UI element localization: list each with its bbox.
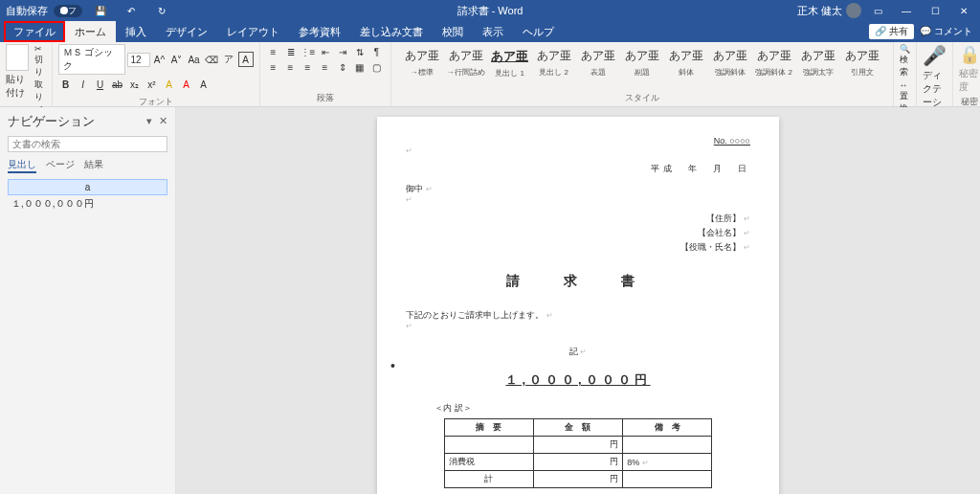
doc-amount: １,０００,０００円 <box>406 371 750 389</box>
table-row: 計円 <box>444 471 712 488</box>
strike-icon[interactable]: ab <box>110 77 125 92</box>
tab-review[interactable]: 校閲 <box>433 21 473 42</box>
nav-search-input[interactable] <box>8 136 167 152</box>
table-row: 円 <box>444 437 712 454</box>
clear-format-icon[interactable]: ⌫ <box>204 52 219 67</box>
nav-tab-results[interactable]: 結果 <box>84 158 103 173</box>
doc-no: No. ○○○○ <box>406 136 750 146</box>
nav-dropdown-icon[interactable]: ▾ <box>146 115 152 127</box>
avatar[interactable] <box>846 3 861 18</box>
line-spacing-icon[interactable]: ⇕ <box>335 59 350 75</box>
align-right-icon[interactable]: ≡ <box>301 59 316 75</box>
multilevel-icon[interactable]: ⋮≡ <box>301 44 316 59</box>
nav-heading-item[interactable]: １,０００,０００円 <box>8 195 167 213</box>
group-editing: 🔍 検索 ↔ 置換 ▭ 選択 編集 <box>894 42 917 106</box>
underline-icon[interactable]: U <box>93 77 108 92</box>
align-left-icon[interactable]: ≡ <box>266 59 281 75</box>
autosave-toggle[interactable]: オフ <box>54 5 82 17</box>
indent-inc-icon[interactable]: ⇥ <box>335 44 350 59</box>
comment-button[interactable]: 💬 コメント <box>920 25 972 38</box>
close-icon[interactable]: ✕ <box>951 6 976 16</box>
doc-ki: 記 <box>569 347 578 356</box>
style-item[interactable]: あア亜→行間詰め <box>447 48 485 90</box>
tab-file[interactable]: ファイル <box>4 21 65 42</box>
find-button[interactable]: 🔍 検索 <box>900 44 910 79</box>
minimize-icon[interactable]: — <box>894 6 919 16</box>
nav-title: ナビゲーション <box>8 113 167 130</box>
tab-design[interactable]: デザイン <box>156 21 217 42</box>
share-button[interactable]: 🔗 共有 <box>869 24 914 39</box>
doc-onchu: 御中 <box>406 184 423 193</box>
bold-icon[interactable]: B <box>58 77 74 92</box>
nav-tab-headings[interactable]: 見出し <box>8 158 36 173</box>
undo-icon[interactable]: ↶ <box>119 6 144 16</box>
enclose-icon[interactable]: A <box>238 52 254 67</box>
tab-home[interactable]: ホーム <box>65 21 116 42</box>
sensitivity-button[interactable]: 🔒 秘密度 <box>959 44 980 94</box>
sender-company: 【会社名】 ↵ <box>406 226 750 240</box>
bullet-icon: • <box>390 358 395 373</box>
group-font: ＭＳ ゴシック 12 A^ A˅ Aa ⌫ ア A B I U ab x₂ x²… <box>53 42 260 106</box>
style-item[interactable]: あア亜表題 <box>579 48 617 90</box>
redo-icon[interactable]: ↻ <box>149 6 174 16</box>
save-icon[interactable]: 💾 <box>88 6 113 16</box>
breakdown-table: 摘 要金 額備 考 円 消費税円8% ↵ 計円 <box>444 418 713 488</box>
indent-dec-icon[interactable]: ⇤ <box>318 44 333 59</box>
show-marks-icon[interactable]: ¶ <box>369 44 385 59</box>
align-center-icon[interactable]: ≡ <box>283 59 299 75</box>
ribbon: 貼り付け ✂ 切り取り 🖌 書式のコピー/貼り付け クリップボード ＭＳ ゴシッ… <box>0 42 980 107</box>
style-item[interactable]: あア亜強調太字 <box>799 48 837 90</box>
style-item[interactable]: あア亜→標準 <box>403 48 441 90</box>
tab-references[interactable]: 参考資料 <box>289 21 350 42</box>
bullets-icon[interactable]: ≡ <box>266 44 281 59</box>
group-clipboard: 貼り付け ✂ 切り取り 🖌 書式のコピー/貼り付け クリップボード <box>0 42 53 106</box>
doc-date: 平成 年 月 日 <box>406 163 750 175</box>
style-item[interactable]: あア亜副題 <box>623 48 661 90</box>
sender-name: 【役職・氏名】 ↵ <box>406 240 750 255</box>
tab-view[interactable]: 表示 <box>473 21 513 42</box>
user-name: 正木 健太 <box>797 4 842 18</box>
font-size-select[interactable]: 12 <box>127 53 150 67</box>
ribbon-options-icon[interactable]: ▭ <box>865 6 890 16</box>
char-shading-icon[interactable]: A <box>196 77 212 92</box>
tab-mailings[interactable]: 差し込み文書 <box>350 21 433 42</box>
nav-close-icon[interactable]: ✕ <box>159 115 167 127</box>
nav-tab-pages[interactable]: ページ <box>46 158 75 173</box>
highlight-icon[interactable]: A <box>162 77 177 92</box>
style-item[interactable]: あア亜強調斜体 <box>711 48 749 90</box>
font-color-icon[interactable]: A <box>179 77 194 92</box>
sort-icon[interactable]: ⇅ <box>352 44 368 59</box>
sender-addr: 【住所】 ↵ <box>406 212 750 226</box>
style-item[interactable]: あア亜見出し 1 <box>491 48 529 90</box>
tab-help[interactable]: ヘルプ <box>513 21 564 42</box>
change-case-icon[interactable]: Aa <box>187 52 202 67</box>
group-styles: あア亜→標準あア亜→行間詰めあア亜見出し 1あア亜見出し 2あア亜表題あア亜副題… <box>391 42 894 106</box>
titlebar: 自動保存 オフ 💾 ↶ ↻ 請求書 - Word 正木 健太 ▭ — ☐ ✕ <box>0 0 980 21</box>
cut-button[interactable]: ✂ 切り取り <box>34 44 46 103</box>
shading-icon[interactable]: ▦ <box>352 59 368 75</box>
phonetic-icon[interactable]: ア <box>221 52 236 67</box>
page[interactable]: No. ○○○○↵ 平成 年 月 日 御中 ↵ ↵ 【住所】 ↵ 【会社名】 ↵… <box>377 117 779 494</box>
tab-insert[interactable]: 挿入 <box>116 21 156 42</box>
subscript-icon[interactable]: x₂ <box>127 77 143 92</box>
autosave-label: 自動保存 <box>6 4 48 18</box>
grow-font-icon[interactable]: A^ <box>152 52 167 67</box>
font-name-select[interactable]: ＭＳ ゴシック <box>58 44 125 75</box>
borders-icon[interactable]: ▢ <box>369 59 385 75</box>
superscript-icon[interactable]: x² <box>145 77 160 92</box>
maximize-icon[interactable]: ☐ <box>923 6 947 16</box>
tab-layout[interactable]: レイアウト <box>217 21 289 42</box>
style-item[interactable]: あア亜強調斜体 2 <box>755 48 793 90</box>
style-item[interactable]: あア亜引用文 <box>843 48 881 90</box>
group-sensitivity: 🔒 秘密度 秘密度 <box>953 42 980 106</box>
document-title: 請求書 - Word <box>457 4 523 18</box>
doc-intro: 下記のとおりご請求申し上げます。 <box>406 310 544 320</box>
nav-heading-item[interactable]: a <box>8 179 167 195</box>
document-area[interactable]: No. ○○○○↵ 平成 年 月 日 御中 ↵ ↵ 【住所】 ↵ 【会社名】 ↵… <box>176 107 980 494</box>
numbering-icon[interactable]: ≣ <box>283 44 299 59</box>
justify-icon[interactable]: ≡ <box>318 59 333 75</box>
italic-icon[interactable]: I <box>76 77 91 92</box>
shrink-font-icon[interactable]: A˅ <box>169 52 185 67</box>
style-item[interactable]: あア亜見出し 2 <box>535 48 573 90</box>
style-item[interactable]: あア亜斜体 <box>667 48 705 90</box>
